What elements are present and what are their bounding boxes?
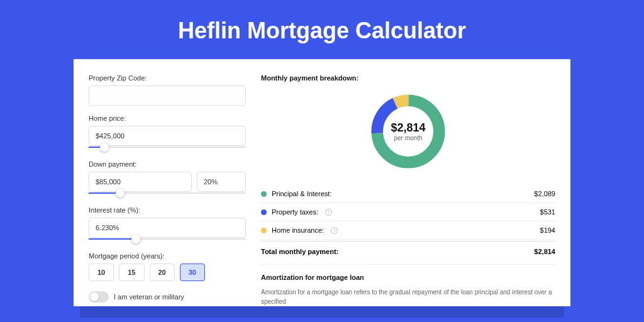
- amortization-title: Amortization for mortgage loan: [261, 264, 555, 281]
- results-panel: Monthly payment breakdown: $2,814 per mo…: [261, 74, 555, 306]
- zip-label: Property Zip Code:: [89, 74, 246, 82]
- info-icon[interactable]: ?: [325, 209, 332, 216]
- amortization-text: Amortization for a mortgage loan refers …: [261, 287, 555, 306]
- legend-value: $531: [540, 208, 555, 216]
- rate-label: Interest rate (%):: [89, 206, 246, 214]
- legend-label: Home insurance:: [272, 226, 324, 234]
- breakdown-title: Monthly payment breakdown:: [261, 74, 555, 82]
- legend-label: Property taxes:: [272, 208, 318, 216]
- center-value: $2,814: [391, 121, 425, 135]
- price-field: Home price:: [89, 114, 246, 152]
- down-slider[interactable]: [89, 190, 246, 197]
- price-label: Home price:: [89, 114, 246, 122]
- zip-input[interactable]: [89, 86, 246, 106]
- period-field: Mortgage period (years): 10 15 20 30: [89, 252, 246, 281]
- dot-icon: [261, 228, 267, 233]
- total-label: Total monthly payment:: [261, 248, 338, 255]
- price-slider[interactable]: [89, 144, 246, 152]
- donut-chart: $2,814 per month: [261, 91, 555, 172]
- legend-row-pi: Principal & Interest: $2,089: [261, 185, 555, 203]
- veteran-label: I am veteran or military: [114, 293, 184, 301]
- dot-icon: [261, 209, 267, 215]
- period-20-button[interactable]: 20: [150, 264, 175, 281]
- down-percent-input[interactable]: [197, 172, 246, 192]
- slider-thumb[interactable]: [100, 143, 109, 152]
- down-label: Down payment:: [89, 160, 246, 168]
- total-row: Total monthly payment: $2,814: [261, 241, 555, 264]
- rate-field: Interest rate (%):: [89, 206, 246, 243]
- period-label: Mortgage period (years):: [89, 252, 246, 260]
- rate-input[interactable]: [89, 218, 246, 238]
- dot-icon: [261, 191, 267, 197]
- page-title: Heflin Mortgage Calculator: [0, 0, 644, 59]
- legend-value: $194: [540, 226, 555, 234]
- calculator-card: Property Zip Code: Home price: Down paym…: [74, 59, 570, 306]
- inputs-panel: Property Zip Code: Home price: Down paym…: [89, 74, 246, 306]
- slider-thumb[interactable]: [116, 189, 125, 197]
- info-icon[interactable]: ?: [331, 227, 338, 234]
- price-input[interactable]: [89, 126, 246, 146]
- period-30-button[interactable]: 30: [180, 264, 205, 281]
- center-label: per month: [391, 135, 425, 142]
- veteran-toggle[interactable]: [89, 291, 109, 303]
- slider-thumb[interactable]: [131, 235, 140, 243]
- period-buttons: 10 15 20 30: [89, 264, 246, 281]
- veteran-row: I am veteran or military: [89, 291, 246, 303]
- period-15-button[interactable]: 15: [119, 264, 144, 281]
- down-amount-input[interactable]: [89, 172, 192, 192]
- rate-slider[interactable]: [89, 236, 246, 243]
- legend-value: $2,089: [534, 190, 555, 197]
- zip-field: Property Zip Code:: [89, 74, 246, 106]
- legend-row-insurance: Home insurance: ? $194: [261, 221, 555, 240]
- period-10-button[interactable]: 10: [89, 264, 114, 281]
- legend-row-taxes: Property taxes: ? $531: [261, 203, 555, 221]
- total-value: $2,814: [534, 248, 555, 255]
- down-field: Down payment:: [89, 160, 246, 197]
- legend-label: Principal & Interest:: [272, 190, 331, 197]
